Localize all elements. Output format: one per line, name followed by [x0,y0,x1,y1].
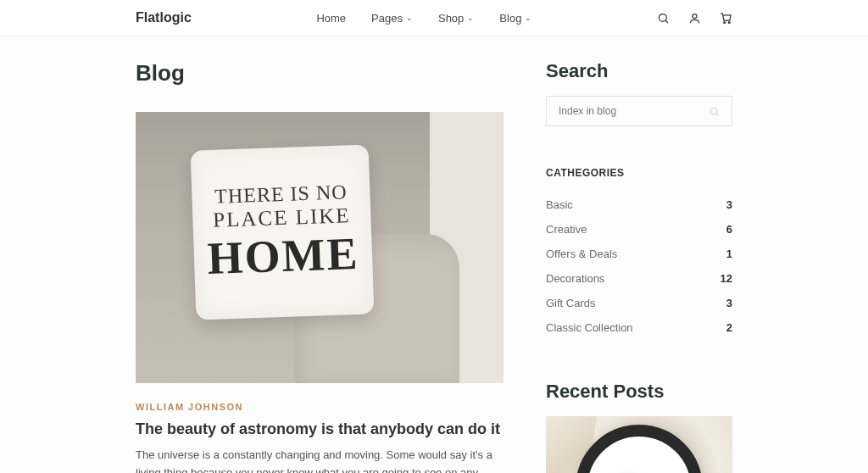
cart-icon[interactable] [720,12,732,25]
category-item[interactable]: Basic3 [546,192,732,217]
svg-point-5 [710,108,717,114]
category-count: 3 [726,198,732,211]
recent-posts-heading: Recent Posts [546,381,732,403]
top-navigation: Flatlogic Home Pages⌄ Shop⌄ Blog⌄ [0,0,868,36]
svg-point-2 [693,14,697,18]
main-nav: Home Pages⌄ Shop⌄ Blog⌄ [316,12,531,25]
categories-heading: CATHEGORIES [546,167,732,179]
svg-line-1 [665,20,668,23]
pillow-text-3: HOME [206,226,359,284]
page-container: Blog THERE IS NO PLACE LIKE HOME WILLIAM… [0,36,868,473]
category-item[interactable]: Classic Collection2 [546,315,732,340]
search-input[interactable] [559,105,709,117]
category-item[interactable]: Decorations12 [546,266,732,291]
category-count: 12 [721,272,732,285]
nav-pages-label: Pages [371,12,403,25]
svg-point-3 [724,21,726,23]
post-featured-image[interactable]: THERE IS NO PLACE LIKE HOME [136,112,504,383]
category-label: Creative [546,223,587,236]
category-label: Gift Cards [546,297,596,309]
category-item[interactable]: Creative6 [546,217,732,242]
nav-shop[interactable]: Shop⌄ [438,12,474,25]
category-label: Basic [546,198,573,211]
category-item[interactable]: Offers & Deals1 [546,242,732,266]
brand-logo[interactable]: Flatlogic [136,10,192,25]
category-label: Decorations [546,272,604,285]
category-count: 2 [726,321,732,334]
main-content: Blog THERE IS NO PLACE LIKE HOME WILLIAM… [136,60,504,473]
recent-post-thumbnail[interactable] [546,416,732,473]
chevron-down-icon: ⌄ [406,14,413,22]
post-author[interactable]: WILLIAM JOHNSON [136,402,504,412]
chevron-down-icon: ⌄ [525,14,531,22]
post-excerpt: The universe is a constantly changing an… [136,447,504,473]
pillow-graphic: THERE IS NO PLACE LIKE HOME [191,144,375,320]
category-list: Basic3 Creative6 Offers & Deals1 Decorat… [546,192,732,340]
search-icon[interactable] [657,12,670,25]
svg-line-6 [716,113,719,115]
nav-pages[interactable]: Pages⌄ [371,12,413,25]
page-title: Blog [136,60,504,86]
nav-home-label: Home [316,12,346,25]
category-count: 3 [726,297,732,309]
search-box[interactable] [546,96,732,126]
search-heading: Search [546,60,732,82]
sidebar: Search CATHEGORIES Basic3 Creative6 Offe… [546,60,732,473]
post-title[interactable]: The beauty of astronomy is that anybody … [136,420,504,438]
svg-point-4 [728,21,730,23]
category-label: Classic Collection [546,321,633,334]
search-icon[interactable] [709,106,720,117]
category-item[interactable]: Gift Cards3 [546,291,732,315]
top-icon-group [657,12,732,25]
category-count: 1 [726,248,732,260]
category-count: 6 [726,223,732,236]
category-label: Offers & Deals [546,248,617,260]
nav-blog[interactable]: Blog⌄ [499,12,531,25]
nav-shop-label: Shop [438,12,464,25]
svg-point-0 [659,14,667,21]
nav-home[interactable]: Home [316,12,346,25]
user-icon[interactable] [688,12,701,25]
nav-blog-label: Blog [499,12,521,25]
chevron-down-icon: ⌄ [467,14,474,22]
plate-graphic [576,425,703,473]
